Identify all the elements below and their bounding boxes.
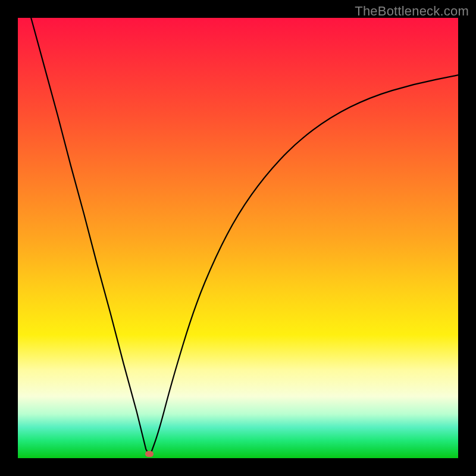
minimum-marker (145, 451, 154, 457)
bottleneck-curve (18, 18, 458, 458)
watermark-text: TheBottleneck.com (355, 4, 469, 19)
plot-area (18, 18, 458, 458)
chart-frame: TheBottleneck.com (0, 0, 476, 476)
